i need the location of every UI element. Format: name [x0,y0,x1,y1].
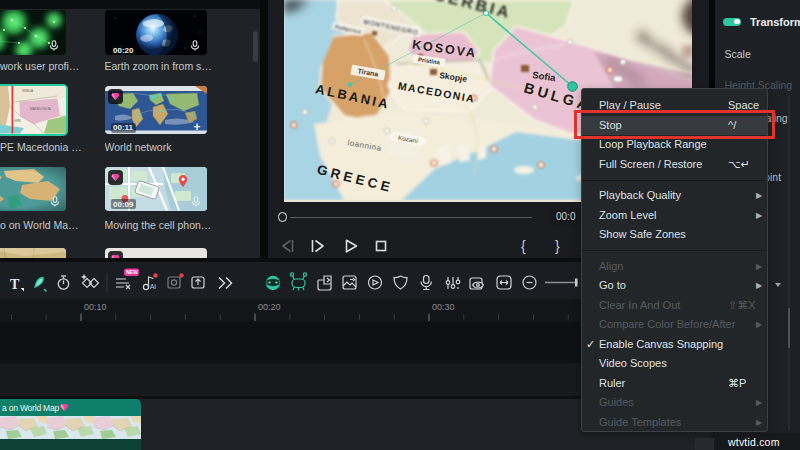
svg-text:00:20: 00:20 [258,302,281,312]
svg-text:AI: AI [150,283,156,290]
svg-text:SRBIJA: SRBIJA [22,89,34,93]
svg-text:00:10: 00:10 [84,302,107,312]
svg-text:NEW: NEW [126,269,138,275]
svg-text:MAKEDONIJA: MAKEDONIJA [30,107,52,111]
svg-text:00:30: 00:30 [432,302,455,312]
svg-text:T: T [10,277,20,292]
svg-text:GRK: GRK [14,119,22,123]
